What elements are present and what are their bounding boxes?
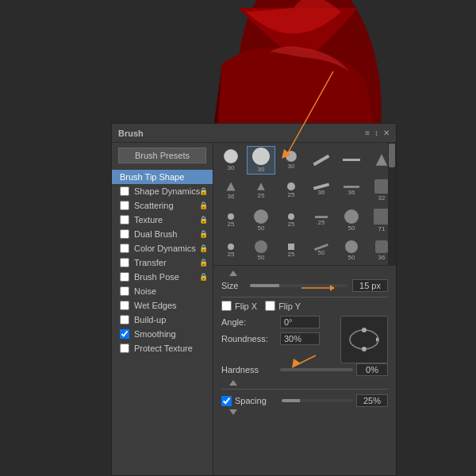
brush-presets-button[interactable]: Brush Presets — [118, 148, 206, 163]
angle-label: Angle: — [221, 317, 277, 327]
brush-tip-shape-label: Brush Tip Shape — [120, 172, 184, 182]
texture-label: Texture — [134, 215, 163, 225]
transfer-lock-icon: 🔒 — [199, 259, 208, 267]
brush-cell-2[interactable]: 30 — [247, 146, 275, 175]
scattering-lock-icon: 🔒 — [199, 202, 208, 209]
size-slider[interactable] — [250, 284, 347, 287]
size-value[interactable]: 15 px — [352, 279, 388, 292]
hardness-row: Hardness 0% — [221, 363, 388, 376]
texture-checkbox[interactable] — [120, 215, 129, 225]
size-row: Size 15 px — [221, 279, 388, 292]
roundness-row: Roundness: — [221, 332, 334, 345]
scrollbar-thumb — [389, 144, 395, 167]
sidebar-item-brush-pose[interactable]: Brush Pose 🔒 — [112, 270, 213, 284]
sidebar-item-dual-brush[interactable]: Dual Brush 🔒 — [112, 227, 213, 241]
brush-pose-checkbox[interactable] — [120, 272, 129, 282]
brush-cell-3[interactable]: 30 — [277, 146, 305, 175]
brush-cell-16[interactable]: 25 — [307, 206, 336, 235]
brush-cell-19[interactable]: 25 — [217, 236, 245, 265]
brush-pose-label: Brush Pose — [134, 272, 179, 282]
brush-cell-1[interactable]: 30 — [217, 146, 245, 175]
panel-controls: ≡ ↕ ✕ — [365, 129, 390, 137]
angle-roundness-widget[interactable] — [340, 316, 388, 363]
smoothing-checkbox[interactable] — [120, 329, 129, 339]
transfer-label: Transfer — [134, 258, 167, 267]
build-up-checkbox[interactable] — [120, 315, 129, 324]
shape-dynamics-checkbox[interactable] — [120, 186, 129, 196]
brush-cell-23[interactable]: 50 — [337, 236, 366, 265]
panel-body: Brush Presets Brush Tip Shape Shape Dyna… — [112, 143, 396, 475]
sidebar-item-smoothing[interactable]: Smoothing — [112, 327, 213, 341]
brush-pose-lock-icon: 🔒 — [199, 273, 208, 281]
brush-cell-14[interactable]: 50 — [247, 206, 275, 235]
texture-lock-icon: 🔒 — [199, 216, 208, 224]
spacing-slider[interactable] — [282, 399, 353, 402]
shape-dynamics-label: Shape Dynamics — [134, 186, 200, 196]
flip-x-label[interactable]: Flip X — [221, 301, 257, 311]
dual-brush-label: Dual Brush — [134, 229, 177, 239]
brush-cell-20[interactable]: 50 — [247, 236, 275, 265]
hardness-slider[interactable] — [280, 368, 353, 371]
panel-content: 30 30 30 — [213, 143, 396, 475]
brush-cell-11[interactable]: 36 — [337, 176, 366, 205]
sidebar-item-wet-edges[interactable]: Wet Edges — [112, 298, 213, 313]
brush-cell-9[interactable]: 25 — [277, 176, 305, 205]
noise-label: Noise — [134, 286, 156, 296]
brush-grid-scrollbar[interactable] — [388, 143, 396, 265]
flip-x-checkbox[interactable] — [221, 301, 232, 311]
panel-menu-icon[interactable]: ≡ — [365, 129, 370, 137]
panel-collapse-icon[interactable]: ↕ — [374, 129, 378, 137]
protect-texture-checkbox[interactable] — [120, 344, 129, 353]
flip-y-text: Flip Y — [278, 301, 301, 311]
sidebar-item-scattering[interactable]: Scattering 🔒 — [112, 198, 213, 213]
brush-cell-8[interactable]: 25 — [247, 176, 275, 205]
brush-cell-7[interactable]: 36 — [217, 176, 245, 205]
flip-y-checkbox[interactable] — [265, 301, 275, 311]
panel-title: Brush — [118, 129, 144, 138]
sidebar-item-noise[interactable]: Noise — [112, 284, 213, 298]
scattering-checkbox[interactable] — [120, 201, 129, 210]
brush-cell-21[interactable]: 25 — [277, 236, 305, 265]
sidebar-item-color-dynamics[interactable]: Color Dynamics 🔒 — [112, 241, 213, 255]
wet-edges-checkbox[interactable] — [120, 301, 129, 310]
spacing-row: Spacing 25% — [221, 394, 388, 407]
spacing-section: Spacing 25% — [221, 389, 388, 415]
color-dynamics-lock-icon: 🔒 — [199, 244, 208, 252]
roundness-label: Roundness: — [221, 334, 277, 344]
angle-input[interactable] — [280, 316, 320, 328]
spacing-checkbox[interactable] — [221, 396, 232, 406]
sidebar-item-protect-texture[interactable]: Protect Texture — [112, 341, 213, 355]
brush-cell-10[interactable]: 36 — [307, 176, 336, 205]
svg-point-10 — [362, 328, 367, 332]
brush-cell-5[interactable] — [337, 146, 366, 175]
brush-cell-15[interactable]: 25 — [277, 206, 305, 235]
flip-y-label[interactable]: Flip Y — [265, 301, 301, 311]
dual-brush-lock-icon: 🔒 — [199, 230, 208, 238]
sidebar-item-build-up[interactable]: Build-up — [112, 313, 213, 327]
brush-tip-grid: 30 30 30 — [213, 143, 396, 266]
sidebar-item-transfer[interactable]: Transfer 🔒 — [112, 255, 213, 270]
brush-cell-4[interactable] — [307, 146, 336, 175]
noise-checkbox[interactable] — [120, 286, 129, 296]
panel-sidebar: Brush Presets Brush Tip Shape Shape Dyna… — [112, 143, 213, 475]
panel-close-icon[interactable]: ✕ — [383, 129, 390, 137]
color-dynamics-label: Color Dynamics — [134, 244, 196, 253]
transfer-checkbox[interactable] — [120, 258, 129, 267]
brush-cell-22[interactable]: 50 — [307, 236, 336, 265]
flip-x-text: Flip X — [235, 301, 257, 311]
dual-brush-checkbox[interactable] — [120, 229, 129, 239]
sidebar-item-brush-tip-shape[interactable]: Brush Tip Shape — [112, 170, 213, 184]
brush-cell-17[interactable]: 50 — [337, 206, 366, 235]
roundness-input[interactable] — [280, 332, 320, 345]
spacing-value[interactable]: 25% — [356, 394, 388, 407]
hardness-label: Hardness — [221, 365, 277, 374]
svg-point-9 — [350, 330, 378, 349]
size-triangle-marker — [229, 271, 237, 276]
brush-cell-13[interactable]: 25 — [217, 206, 245, 235]
sidebar-item-shape-dynamics[interactable]: Shape Dynamics 🔒 — [112, 184, 213, 198]
smoothing-label: Smoothing — [134, 329, 176, 339]
sidebar-item-texture[interactable]: Texture 🔒 — [112, 213, 213, 227]
hardness-value[interactable]: 0% — [356, 363, 388, 376]
brush-panel: Brush ≡ ↕ ✕ Brush Presets Brush Tip Shap… — [111, 123, 397, 476]
color-dynamics-checkbox[interactable] — [120, 244, 129, 253]
